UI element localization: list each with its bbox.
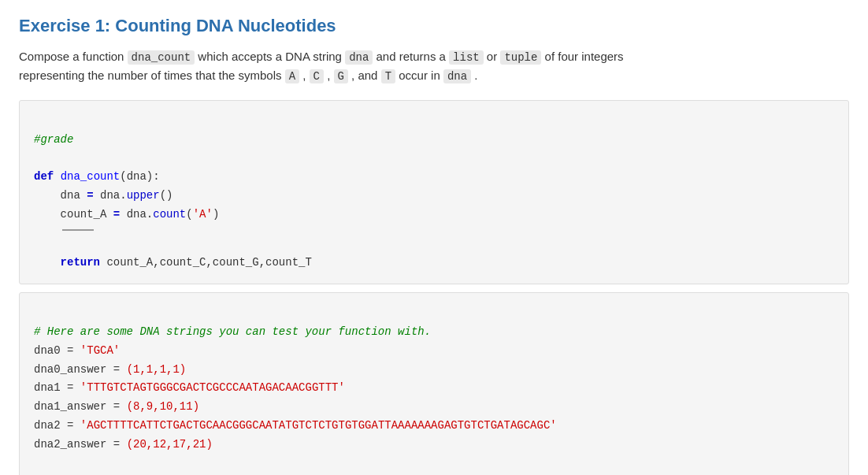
G-code: G xyxy=(334,69,348,83)
description-text: Compose a function dna_count which accep… xyxy=(19,47,849,86)
list-code: list xyxy=(449,50,484,65)
dna-code: dna xyxy=(443,69,471,83)
test-comment: # Here are some DNA strings you can test… xyxy=(34,325,431,338)
def-keyword: def xyxy=(34,170,54,183)
grade-comment: #grade xyxy=(34,133,73,146)
page-title: Exercise 1: Counting DNA Nucleotides xyxy=(19,16,849,36)
A-code: A xyxy=(285,69,299,83)
C-code: C xyxy=(310,69,324,83)
return-keyword: return xyxy=(61,256,100,269)
function-name: dna_count xyxy=(61,170,121,183)
dna-count-code: dna_count xyxy=(128,50,195,65)
tuple-code2: tuple xyxy=(500,50,541,65)
code-editor-block1[interactable]: #grade def dna_count(dna): dna = dna.upp… xyxy=(19,100,849,284)
incomplete-separator xyxy=(62,229,94,231)
dna-param-code: dna xyxy=(345,50,373,65)
T-code: T xyxy=(381,69,395,83)
code-editor-block2[interactable]: # Here are some DNA strings you can test… xyxy=(19,292,849,475)
